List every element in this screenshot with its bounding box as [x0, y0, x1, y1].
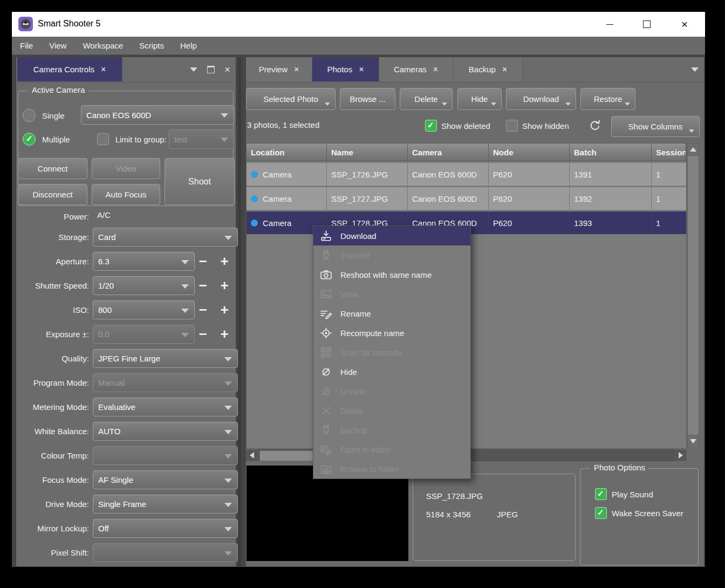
quality-select[interactable]: JPEG Fine Large [93, 349, 238, 368]
menu-item-view[interactable]: View [313, 284, 470, 304]
maximize-button[interactable] [634, 12, 659, 37]
iso-minus-button[interactable]: − [194, 300, 211, 319]
exposure-minus-button[interactable]: − [194, 325, 211, 343]
scroll-right-button[interactable] [675, 449, 687, 461]
tab-camera-controls[interactable]: Camera Controls × [17, 57, 122, 81]
tab-close-icon[interactable]: × [359, 65, 364, 74]
menu-item-download[interactable]: Download [313, 226, 470, 245]
menu-scripts[interactable]: Scripts [131, 37, 172, 54]
menu-item-open-in-editor[interactable]: Open in editor [313, 440, 470, 459]
iso-plus-button[interactable]: + [216, 300, 233, 319]
show-hidden-checkbox[interactable] [506, 120, 518, 132]
scroll-down-button[interactable] [687, 435, 699, 448]
column-header-name[interactable]: Name [327, 143, 408, 161]
tab-close-icon[interactable]: × [101, 65, 106, 74]
panel-menu-icon[interactable] [190, 67, 197, 72]
column-header-batch[interactable]: Batch [570, 143, 652, 161]
photo-dimensions: 5184 x 3456 [426, 510, 471, 519]
tabbar-overflow-icon[interactable] [691, 67, 699, 72]
table-row[interactable]: Camera SSP_1726.JPG Canon EOS 600D P620 … [247, 163, 686, 186]
colour-temp-select[interactable] [93, 446, 238, 465]
exposure-select[interactable]: 0.0 [93, 325, 195, 344]
connect-button[interactable]: Connect [18, 158, 87, 179]
wake-screen-saver-checkbox[interactable] [595, 507, 607, 519]
multiple-camera-row: Multiple Limit to group: [23, 133, 167, 146]
pixel-shift-select[interactable] [93, 543, 238, 562]
hide-button[interactable]: Hide [457, 88, 502, 110]
menu-item-scan-for-barcode[interactable]: Scan for barcode [313, 343, 470, 362]
minimize-button[interactable] [597, 12, 622, 37]
storage-select[interactable]: Card [93, 228, 238, 247]
menu-help[interactable]: Help [172, 37, 205, 54]
column-header-session[interactable]: Session [652, 143, 686, 161]
white-balance-select[interactable]: AUTO [93, 422, 238, 441]
table-vertical-scrollbar[interactable] [687, 143, 699, 449]
aperture-plus-button[interactable]: + [216, 252, 233, 270]
dropdown-arrow-icon [689, 129, 694, 133]
single-radio[interactable] [23, 109, 36, 122]
menu-item-delete[interactable]: Delete [313, 401, 470, 420]
delete-button[interactable]: Delete [400, 88, 453, 110]
tab-close-icon[interactable]: × [294, 65, 299, 74]
aperture-select[interactable]: 6.3 [93, 252, 195, 271]
menu-item-recompute-name[interactable]: Recompute name [313, 323, 470, 343]
menu-file[interactable]: File [12, 37, 41, 54]
autofocus-button[interactable]: Auto Focus [92, 184, 160, 205]
panel-float-icon[interactable] [207, 66, 215, 73]
tab-photos[interactable]: Photos× [312, 57, 379, 81]
multiple-checkbox[interactable] [23, 133, 36, 146]
limit-group-checkbox[interactable] [97, 133, 109, 145]
refresh-icon[interactable] [588, 119, 602, 134]
tab-backup[interactable]: Backup× [453, 57, 523, 81]
panel-splitter[interactable] [238, 57, 241, 566]
shutter-plus-button[interactable]: + [216, 276, 233, 295]
show-deleted-checkbox[interactable] [425, 120, 437, 132]
menu-item-unhide[interactable]: Unhide [313, 381, 470, 401]
browse-button[interactable]: Browse ... [340, 88, 395, 110]
mirror-lockup-row: Mirror Lockup: Off [16, 519, 236, 537]
camera-select[interactable]: Canon EOS 600D [81, 105, 234, 125]
group-select[interactable]: test [169, 129, 234, 149]
disconnect-button[interactable]: Disconnect [18, 184, 87, 205]
photo-info-box: SSP_1728.JPG 5184 x 3456 JPEG [413, 474, 576, 561]
scroll-left-button[interactable] [246, 449, 258, 461]
menu-view[interactable]: View [41, 37, 74, 54]
aperture-minus-button[interactable]: − [194, 252, 211, 270]
menu-item-rename[interactable]: Rename [313, 304, 470, 323]
play-sound-checkbox[interactable] [595, 488, 607, 500]
menu-item-browse-to-folder[interactable]: Browse to folder [313, 459, 470, 478]
window-title: Smart Shooter 5 [38, 19, 101, 29]
show-deleted-control: Show deleted [425, 120, 490, 132]
scroll-up-button[interactable] [687, 143, 699, 156]
column-header-location[interactable]: Location [247, 143, 327, 161]
video-button[interactable]: Video [92, 158, 160, 179]
show-columns-button[interactable]: Show Columns [611, 116, 700, 137]
tab-preview[interactable]: Preview× [246, 57, 312, 81]
tab-cameras[interactable]: Cameras× [379, 57, 453, 81]
program-mode-select[interactable]: Manual [93, 373, 238, 392]
tab-close-icon[interactable]: × [433, 65, 438, 74]
menu-workspace[interactable]: Workspace [74, 37, 131, 54]
menu-item-hide[interactable]: Hide [313, 362, 470, 381]
shoot-button[interactable]: Shoot [165, 158, 235, 205]
shutter-select[interactable]: 1/20 [93, 276, 195, 295]
table-row[interactable]: Camera SSP_1727.JPG Canon EOS 600D P620 … [247, 187, 686, 210]
menu-item-backup[interactable]: Backup [313, 420, 470, 440]
column-header-node[interactable]: Node [489, 143, 570, 161]
metering-mode-select[interactable]: Evaluative [93, 398, 238, 416]
shutter-minus-button[interactable]: − [194, 276, 211, 295]
selected-photo-button[interactable]: Selected Photo [246, 88, 336, 110]
exposure-plus-button[interactable]: + [216, 325, 233, 343]
restore-button[interactable]: Restore [580, 88, 635, 110]
close-button[interactable]: × [672, 12, 697, 37]
focus-mode-select[interactable]: AF Single [93, 470, 238, 489]
iso-select[interactable]: 800 [93, 300, 195, 319]
tab-close-icon[interactable]: × [502, 65, 507, 74]
column-header-camera[interactable]: Camera [408, 143, 489, 161]
menu-item-reshoot-with-same-name[interactable]: Reshoot with same name [313, 265, 470, 284]
download-button[interactable]: Download [506, 88, 576, 110]
panel-close-icon[interactable]: × [224, 64, 230, 74]
menu-item-transfer[interactable]: Transfer [313, 245, 470, 265]
drive-mode-select[interactable]: Single Frame [93, 495, 238, 514]
mirror-lockup-select[interactable]: Off [93, 519, 238, 538]
